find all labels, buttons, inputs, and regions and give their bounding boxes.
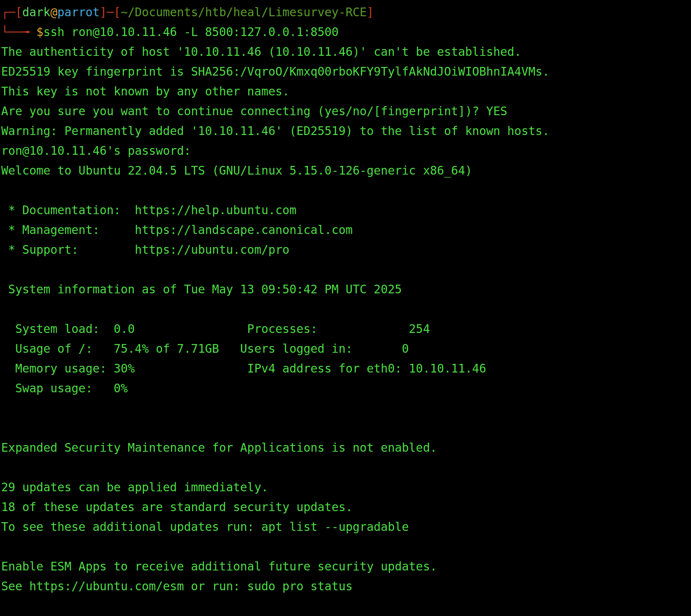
terminal-line: Swap usage: 0% bbox=[1, 378, 691, 398]
terminal-text-segment: This key is not known by any other names… bbox=[1, 85, 289, 98]
terminal-text-segment: * Support: https://ubuntu.com/pro bbox=[1, 243, 289, 257]
terminal-text-segment: System load: 0.0 Processes: 254 bbox=[1, 322, 430, 336]
terminal-line: 29 updates can be applied immediately. bbox=[1, 477, 691, 497]
terminal-line: ED25519 key fingerprint is SHA256:/VqroO… bbox=[1, 62, 691, 82]
terminal-text-segment: Warning: Permanently added '10.10.11.46'… bbox=[1, 124, 549, 138]
terminal-text-segment: ]─[ bbox=[100, 6, 121, 19]
terminal-line: ┌─[dark@parrot]─[~/Documents/htb/heal/Li… bbox=[1, 2, 691, 22]
terminal-line bbox=[1, 537, 691, 557]
terminal-text-segment: 29 updates can be applied immediately. bbox=[1, 481, 268, 494]
terminal-window[interactable]: ┌─[dark@parrot]─[~/Documents/htb/heal/Li… bbox=[0, 0, 691, 616]
terminal-line: Enable ESM Apps to receive additional fu… bbox=[1, 557, 691, 576]
terminal-line bbox=[1, 458, 691, 477]
terminal-text-segment: ] bbox=[367, 6, 374, 19]
terminal-line: System load: 0.0 Processes: 254 bbox=[1, 319, 691, 339]
terminal-line: System information as of Tue May 13 09:5… bbox=[1, 279, 691, 299]
terminal-line: Memory usage: 30% IPv4 address for eth0:… bbox=[1, 359, 691, 378]
terminal-line bbox=[1, 418, 691, 438]
terminal-line: Are you sure you want to continue connec… bbox=[1, 101, 691, 121]
terminal-line: This key is not known by any other names… bbox=[1, 82, 691, 101]
terminal-text-segment: ~/Documents/htb/heal/Limesurvey-RCE bbox=[121, 6, 367, 19]
terminal-line: To see these additional updates run: apt… bbox=[1, 517, 691, 537]
terminal-text-segment: $ bbox=[36, 25, 44, 39]
terminal-text-segment: To see these additional updates run: apt… bbox=[1, 520, 409, 534]
terminal-line: The authenticity of host '10.10.11.46 (1… bbox=[1, 42, 691, 62]
terminal-line bbox=[1, 299, 691, 319]
terminal-line: Warning: Permanently added '10.10.11.46'… bbox=[1, 121, 691, 141]
terminal-line: ron@10.10.11.46's password: bbox=[1, 141, 691, 161]
terminal-text-segment: ron@10.10.11.46's password: bbox=[1, 144, 198, 158]
terminal-text-segment: The authenticity of host '10.10.11.46 (1… bbox=[1, 45, 521, 59]
terminal-line bbox=[1, 596, 691, 616]
terminal-line: 18 of these updates are standard securit… bbox=[1, 497, 691, 517]
terminal-text-segment: Are you sure you want to continue connec… bbox=[1, 105, 507, 118]
terminal-text-segment: ssh ron@10.10.11.46 -L 8500:127.0.0.1:85… bbox=[44, 25, 339, 39]
terminal-line: * Management: https://landscape.canonica… bbox=[1, 220, 691, 240]
terminal-line: See https://ubuntu.com/esm or run: sudo … bbox=[1, 576, 691, 596]
terminal-text-segment: ED25519 key fingerprint is SHA256:/VqroO… bbox=[1, 65, 549, 78]
terminal-text-segment: ┌─[ bbox=[1, 6, 22, 19]
terminal-text-segment: * Documentation: https://help.ubuntu.com bbox=[1, 203, 296, 217]
terminal-text-segment: Enable ESM Apps to receive additional fu… bbox=[1, 560, 437, 573]
terminal-text-segment: parrot bbox=[57, 6, 100, 19]
terminal-text-segment: * Management: https://landscape.canonica… bbox=[1, 223, 353, 237]
terminal-line: * Documentation: https://help.ubuntu.com bbox=[1, 200, 691, 220]
terminal-text-segment: System information as of Tue May 13 09:5… bbox=[1, 283, 402, 296]
terminal-text-segment: Swap usage: 0% bbox=[1, 382, 128, 395]
terminal-text-segment: └──╼ bbox=[1, 25, 36, 39]
terminal-line bbox=[1, 260, 691, 279]
terminal-line bbox=[1, 398, 691, 418]
terminal-text-segment: Usage of /: 75.4% of 7.71GB Users logged… bbox=[1, 342, 409, 356]
terminal-line: Expanded Security Maintenance for Applic… bbox=[1, 438, 691, 458]
terminal-text-segment: Expanded Security Maintenance for Applic… bbox=[1, 441, 437, 454]
terminal-text-segment: dark bbox=[22, 6, 50, 19]
terminal-line: Welcome to Ubuntu 22.04.5 LTS (GNU/Linux… bbox=[1, 161, 691, 181]
terminal-text-segment: 18 of these updates are standard securit… bbox=[1, 500, 353, 514]
terminal-line bbox=[1, 181, 691, 200]
terminal-text-segment: See https://ubuntu.com/esm or run: sudo … bbox=[1, 580, 353, 593]
terminal-text-segment: Welcome to Ubuntu 22.04.5 LTS (GNU/Linux… bbox=[1, 164, 472, 177]
terminal-line: Usage of /: 75.4% of 7.71GB Users logged… bbox=[1, 339, 691, 359]
terminal-line: * Support: https://ubuntu.com/pro bbox=[1, 240, 691, 260]
terminal-text-segment: Memory usage: 30% IPv4 address for eth0:… bbox=[1, 362, 486, 375]
terminal-line: └──╼ $ssh ron@10.10.11.46 -L 8500:127.0.… bbox=[1, 22, 691, 42]
terminal-text-segment: @ bbox=[50, 6, 57, 19]
